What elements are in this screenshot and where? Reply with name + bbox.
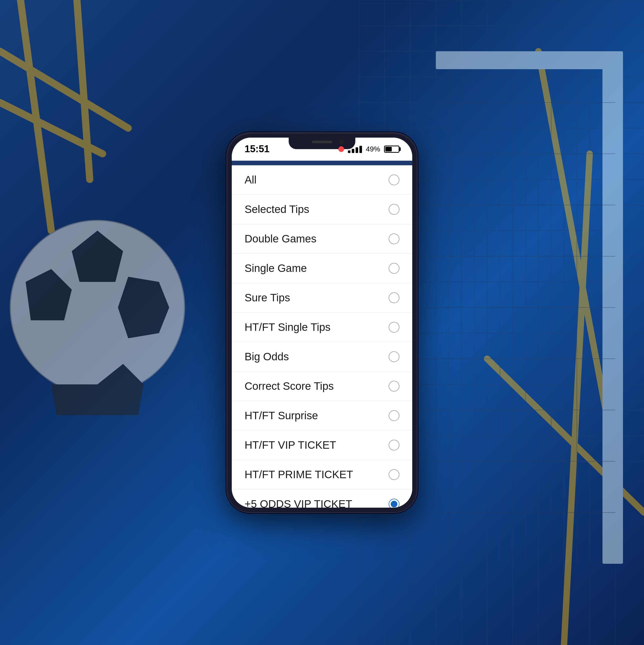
signal-bar-2 bbox=[352, 149, 354, 153]
radio-btn-single-game[interactable] bbox=[389, 263, 399, 274]
signal-bars-icon bbox=[348, 145, 362, 153]
status-icons: 49% bbox=[338, 145, 399, 153]
menu-item-htft-single-tips[interactable]: HT/FT Single Tips bbox=[232, 312, 412, 342]
menu-item-correct-score-tips[interactable]: Correct Score Tips bbox=[232, 372, 412, 401]
menu-list: AllSelected TipsDouble GamesSingle GameS… bbox=[232, 165, 412, 508]
menu-item-label-plus5-odds-vip: +5 ODDS VIP TICKET bbox=[245, 498, 352, 508]
status-dot-icon bbox=[338, 146, 344, 152]
menu-item-htft-surprise[interactable]: HT/FT Surprise bbox=[232, 401, 412, 431]
signal-bar-4 bbox=[359, 146, 362, 153]
menu-item-sure-tips[interactable]: Sure Tips bbox=[232, 283, 412, 312]
menu-item-label-all: All bbox=[245, 174, 257, 186]
radio-btn-htft-prime-ticket[interactable] bbox=[389, 469, 399, 480]
radio-btn-htft-vip-ticket[interactable] bbox=[389, 440, 399, 450]
menu-item-label-double-games: Double Games bbox=[245, 233, 316, 245]
menu-item-label-htft-surprise: HT/FT Surprise bbox=[245, 410, 318, 422]
menu-item-big-odds[interactable]: Big Odds bbox=[232, 342, 412, 372]
menu-item-label-htft-vip-ticket: HT/FT VIP TICKET bbox=[245, 439, 336, 451]
menu-item-selected-tips[interactable]: Selected Tips bbox=[232, 195, 412, 224]
radio-btn-htft-single-tips[interactable] bbox=[389, 322, 399, 333]
radio-btn-big-odds[interactable] bbox=[389, 351, 399, 362]
notch-camera bbox=[339, 140, 344, 144]
status-time: 15:51 bbox=[245, 144, 270, 155]
phone-outer-case: 15:51 49% bbox=[227, 133, 417, 512]
header-bar bbox=[232, 161, 412, 165]
radio-btn-double-games[interactable] bbox=[389, 233, 399, 244]
menu-item-label-single-game: Single Game bbox=[245, 262, 307, 274]
radio-btn-htft-surprise[interactable] bbox=[389, 410, 399, 421]
menu-item-htft-vip-ticket[interactable]: HT/FT VIP TICKET bbox=[232, 431, 412, 460]
phone-screen: 15:51 49% bbox=[232, 138, 412, 508]
menu-item-label-correct-score-tips: Correct Score Tips bbox=[245, 380, 334, 392]
menu-item-htft-prime-ticket[interactable]: HT/FT PRIME TICKET bbox=[232, 460, 412, 489]
menu-item-single-game[interactable]: Single Game bbox=[232, 254, 412, 283]
menu-item-label-htft-prime-ticket: HT/FT PRIME TICKET bbox=[245, 468, 353, 481]
menu-item-label-htft-single-tips: HT/FT Single Tips bbox=[245, 321, 330, 334]
battery-icon bbox=[384, 146, 399, 153]
radio-btn-all[interactable] bbox=[389, 175, 399, 185]
menu-item-label-selected-tips: Selected Tips bbox=[245, 203, 309, 216]
battery-fill bbox=[385, 147, 392, 152]
menu-item-label-big-odds: Big Odds bbox=[245, 351, 289, 363]
radio-btn-correct-score-tips[interactable] bbox=[389, 381, 399, 392]
phone-frame: 15:51 49% bbox=[227, 133, 417, 512]
menu-item-label-sure-tips: Sure Tips bbox=[245, 292, 290, 304]
menu-item-double-games[interactable]: Double Games bbox=[232, 224, 412, 254]
battery-percent: 49% bbox=[366, 145, 380, 153]
status-bar: 15:51 49% bbox=[232, 138, 412, 161]
menu-item-all[interactable]: All bbox=[232, 165, 412, 195]
svg-rect-45 bbox=[436, 51, 615, 69]
radio-btn-sure-tips[interactable] bbox=[389, 292, 399, 303]
radio-btn-plus5-odds-vip[interactable] bbox=[389, 499, 399, 508]
signal-bar-1 bbox=[348, 151, 350, 153]
signal-bar-3 bbox=[356, 147, 358, 153]
radio-btn-selected-tips[interactable] bbox=[389, 204, 399, 215]
notch-speaker bbox=[312, 141, 332, 143]
menu-item-plus5-odds-vip[interactable]: +5 ODDS VIP TICKET bbox=[232, 489, 412, 508]
